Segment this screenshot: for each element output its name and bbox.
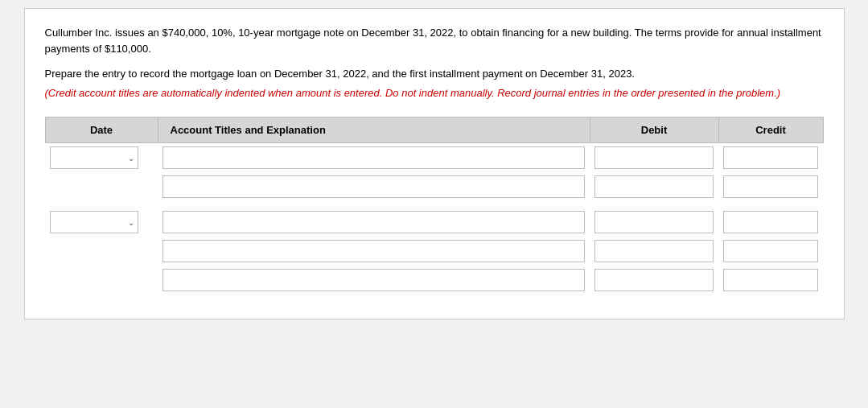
account-input-2-2[interactable]: [162, 240, 585, 262]
header-credit: Credit: [718, 117, 823, 143]
credit-input-2-3[interactable]: [723, 269, 818, 291]
account-input-2-3[interactable]: [162, 269, 585, 291]
credit-input-1-1[interactable]: [723, 146, 818, 169]
account-input-1-2[interactable]: [162, 175, 585, 198]
debit-cell-2-1[interactable]: [590, 208, 718, 237]
credit-input-1-2[interactable]: [723, 175, 818, 198]
journal-table: Date Account Titles and Explanation Debi…: [45, 117, 824, 295]
credit-input-2-2[interactable]: [723, 240, 818, 262]
date-select-wrapper-2[interactable]: Jan Feb Mar Apr May Jun Jul Aug Sep Oct …: [50, 211, 138, 233]
header-debit: Debit: [590, 117, 718, 143]
debit-cell-1-2[interactable]: [590, 172, 718, 201]
header-date: Date: [45, 117, 158, 143]
credit-input-2-1[interactable]: [723, 211, 818, 233]
main-container: Cullumber Inc. issues an $740,000, 10%, …: [24, 8, 845, 319]
account-input-2-1[interactable]: [162, 211, 585, 233]
date-select-wrapper-1[interactable]: Jan Feb Mar Apr May Jun Jul Aug Sep Oct …: [50, 146, 138, 169]
debit-input-2-2[interactable]: [594, 240, 714, 262]
account-input-1-1[interactable]: [162, 146, 585, 169]
date-cell-1[interactable]: Jan Feb Mar Apr May Jun Jul Aug Sep Oct …: [45, 143, 158, 173]
debit-cell-2-2[interactable]: [590, 237, 718, 266]
table-row: [45, 237, 823, 266]
account-cell-1-2[interactable]: [158, 172, 590, 201]
debit-input-1-1[interactable]: [594, 146, 714, 169]
header-account: Account Titles and Explanation: [158, 117, 590, 143]
date-cell-2-2: [45, 237, 158, 266]
debit-input-1-2[interactable]: [594, 175, 714, 198]
debit-cell-2-3[interactable]: [590, 266, 718, 295]
date-cell-2-3: [45, 266, 158, 295]
table-row: Jan Feb Mar Apr May Jun Jul Aug Sep Oct …: [45, 143, 823, 173]
problem-description: Cullumber Inc. issues an $740,000, 10%, …: [45, 25, 824, 56]
credit-cell-1-1[interactable]: [718, 143, 823, 173]
credit-cell-2-2[interactable]: [718, 237, 823, 266]
table-row: [45, 266, 823, 295]
credit-cell-1-2[interactable]: [718, 172, 823, 201]
date-cell-2[interactable]: Jan Feb Mar Apr May Jun Jul Aug Sep Oct …: [45, 208, 158, 237]
account-cell-1-1[interactable]: [158, 143, 590, 173]
date-cell-1-2: [45, 172, 158, 201]
debit-cell-1-1[interactable]: [590, 143, 718, 173]
debit-input-2-1[interactable]: [594, 211, 714, 233]
table-row: [45, 172, 823, 201]
prepare-instruction: Prepare the entry to record the mortgage…: [45, 66, 824, 82]
account-cell-2-2[interactable]: [158, 237, 590, 266]
account-cell-2-1[interactable]: [158, 208, 590, 237]
credit-cell-2-1[interactable]: [718, 208, 823, 237]
credit-cell-2-3[interactable]: [718, 266, 823, 295]
debit-input-2-3[interactable]: [594, 269, 714, 291]
account-cell-2-3[interactable]: [158, 266, 590, 295]
date-select-1[interactable]: Jan Feb Mar Apr May Jun Jul Aug Sep Oct …: [54, 152, 134, 164]
date-select-2[interactable]: Jan Feb Mar Apr May Jun Jul Aug Sep Oct …: [54, 216, 134, 229]
credit-instruction: (Credit account titles are automatically…: [45, 85, 824, 101]
table-row: Jan Feb Mar Apr May Jun Jul Aug Sep Oct …: [45, 208, 823, 237]
